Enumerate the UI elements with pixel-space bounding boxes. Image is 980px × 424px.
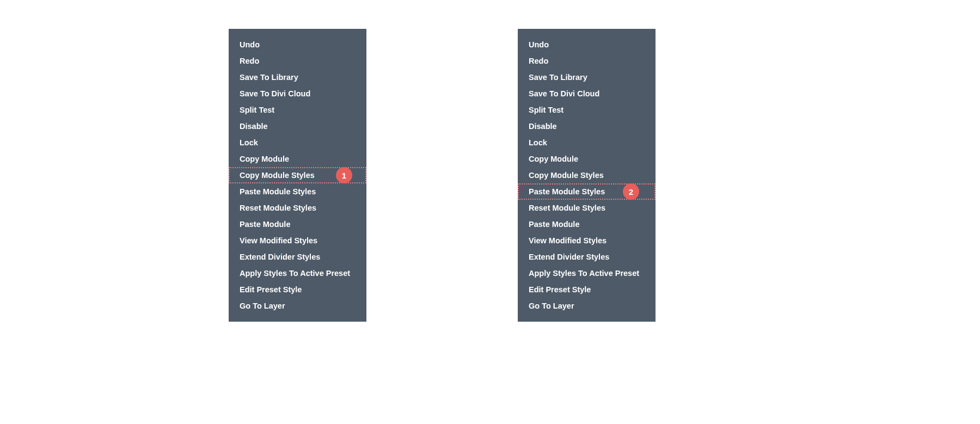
menu-item-go-to-layer[interactable]: Go To Layer: [518, 298, 656, 314]
menu-item-go-to-layer[interactable]: Go To Layer: [229, 298, 366, 314]
menu-item-label: Save To Library: [240, 73, 298, 82]
menu-item-label: View Modified Styles: [240, 236, 317, 245]
menu-item-label: Lock: [529, 138, 547, 147]
menu-item-split-test[interactable]: Split Test: [229, 102, 366, 118]
menu-item-label: Split Test: [240, 106, 274, 114]
menu-item-label: Reset Module Styles: [529, 204, 605, 212]
menu-item-label: Undo: [240, 40, 260, 49]
menu-item-view-modified-styles[interactable]: View Modified Styles: [518, 232, 656, 249]
menu-item-extend-divider-styles[interactable]: Extend Divider Styles: [229, 249, 366, 265]
menu-item-label: Redo: [529, 57, 548, 65]
menu-item-save-library[interactable]: Save To Library: [518, 69, 656, 85]
menu-item-label: Extend Divider Styles: [529, 253, 609, 261]
menu-item-label: Disable: [240, 122, 268, 131]
menu-item-label: Undo: [529, 40, 549, 49]
menu-item-paste-module[interactable]: Paste Module: [229, 216, 366, 232]
menu-item-label: Copy Module Styles: [529, 171, 604, 180]
menu-item-edit-preset-style[interactable]: Edit Preset Style: [518, 281, 656, 298]
menu-item-save-divi-cloud[interactable]: Save To Divi Cloud: [518, 85, 656, 102]
menu-item-save-library[interactable]: Save To Library: [229, 69, 366, 85]
menu-item-paste-module-styles[interactable]: Paste Module Styles 2: [518, 183, 656, 200]
menu-item-label: Go To Layer: [240, 302, 285, 310]
menu-item-split-test[interactable]: Split Test: [518, 102, 656, 118]
menu-item-label: Copy Module Styles: [240, 171, 315, 180]
menu-item-label: Copy Module: [240, 155, 289, 163]
context-menu-left: Undo Redo Save To Library Save To Divi C…: [229, 29, 366, 322]
menu-item-reset-module-styles[interactable]: Reset Module Styles: [229, 200, 366, 216]
menu-item-lock[interactable]: Lock: [518, 134, 656, 151]
menu-item-label: Edit Preset Style: [529, 285, 591, 294]
menu-item-label: Save To Divi Cloud: [529, 89, 599, 98]
menu-item-label: Save To Library: [529, 73, 587, 82]
menu-item-label: Lock: [240, 138, 258, 147]
menu-item-redo[interactable]: Redo: [229, 53, 366, 69]
menu-item-label: Apply Styles To Active Preset: [240, 269, 350, 278]
menu-item-label: View Modified Styles: [529, 236, 607, 245]
menu-item-label: Save To Divi Cloud: [240, 89, 310, 98]
menu-item-label: Paste Module: [240, 220, 290, 229]
menu-item-disable[interactable]: Disable: [518, 118, 656, 134]
menu-item-label: Reset Module Styles: [240, 204, 316, 212]
menu-item-label: Paste Module Styles: [240, 187, 316, 196]
menu-item-paste-module-styles[interactable]: Paste Module Styles: [229, 183, 366, 200]
menu-item-label: Paste Module: [529, 220, 579, 229]
menu-item-undo[interactable]: Undo: [518, 36, 656, 53]
menu-item-disable[interactable]: Disable: [229, 118, 366, 134]
menu-item-copy-module-styles[interactable]: Copy Module Styles 1: [229, 167, 366, 183]
step-badge-1: 1: [336, 167, 352, 183]
menu-item-undo[interactable]: Undo: [229, 36, 366, 53]
step-badge-2: 2: [623, 183, 639, 200]
context-menu-right: Undo Redo Save To Library Save To Divi C…: [518, 29, 656, 322]
menu-item-edit-preset-style[interactable]: Edit Preset Style: [229, 281, 366, 298]
menu-item-label: Copy Module: [529, 155, 578, 163]
menu-item-label: Split Test: [529, 106, 564, 114]
menu-item-label: Disable: [529, 122, 557, 131]
menu-item-copy-module[interactable]: Copy Module: [518, 151, 656, 167]
menu-item-label: Extend Divider Styles: [240, 253, 320, 261]
menu-item-save-divi-cloud[interactable]: Save To Divi Cloud: [229, 85, 366, 102]
menu-item-label: Edit Preset Style: [240, 285, 302, 294]
menu-item-paste-module[interactable]: Paste Module: [518, 216, 656, 232]
menu-item-reset-module-styles[interactable]: Reset Module Styles: [518, 200, 656, 216]
menu-item-redo[interactable]: Redo: [518, 53, 656, 69]
menu-item-copy-module[interactable]: Copy Module: [229, 151, 366, 167]
menu-item-label: Paste Module Styles: [529, 187, 605, 196]
menu-item-copy-module-styles[interactable]: Copy Module Styles: [518, 167, 656, 183]
menu-item-apply-styles-active-preset[interactable]: Apply Styles To Active Preset: [518, 265, 656, 281]
menu-item-label: Go To Layer: [529, 302, 574, 310]
menu-item-apply-styles-active-preset[interactable]: Apply Styles To Active Preset: [229, 265, 366, 281]
menu-item-label: Apply Styles To Active Preset: [529, 269, 639, 278]
menu-item-extend-divider-styles[interactable]: Extend Divider Styles: [518, 249, 656, 265]
menu-item-label: Redo: [240, 57, 259, 65]
menu-item-view-modified-styles[interactable]: View Modified Styles: [229, 232, 366, 249]
menu-item-lock[interactable]: Lock: [229, 134, 366, 151]
